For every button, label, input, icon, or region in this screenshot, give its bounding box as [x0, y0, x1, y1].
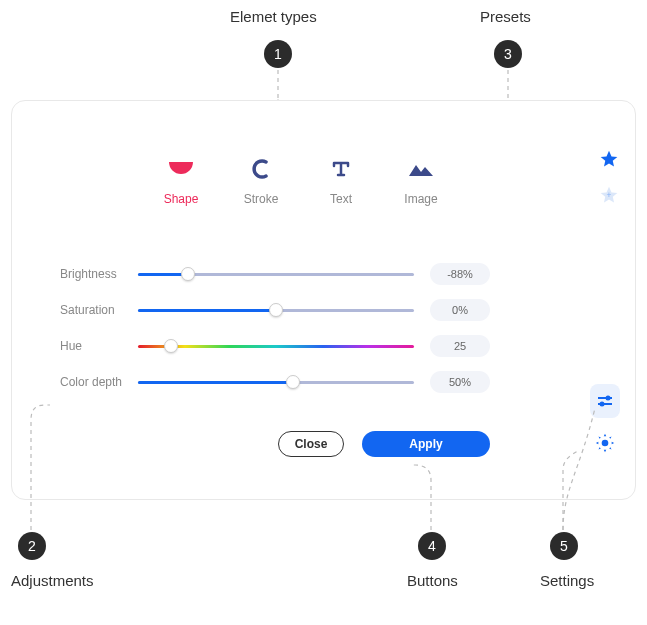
- slider-value: 0%: [430, 299, 490, 321]
- apply-button[interactable]: Apply: [362, 431, 490, 457]
- slider-label: Brightness: [60, 267, 138, 281]
- slider-value: 50%: [430, 371, 490, 393]
- button-row: Close Apply: [278, 431, 490, 457]
- slider-brightness: Brightness -88%: [60, 256, 490, 292]
- annotation-badge-1: 1: [264, 40, 292, 68]
- annotation-badge-2: 2: [18, 532, 46, 560]
- slider-value: -88%: [430, 263, 490, 285]
- slider-value: 25: [430, 335, 490, 357]
- slider-track[interactable]: [138, 273, 414, 276]
- element-type-label: Shape: [164, 192, 199, 206]
- slider-hue: Hue 25: [60, 328, 490, 364]
- slider-thumb[interactable]: [269, 303, 283, 317]
- settings-sliders-button[interactable]: [590, 384, 620, 418]
- text-icon: [328, 156, 354, 182]
- element-type-label: Text: [330, 192, 352, 206]
- annotation-label-3: Presets: [480, 8, 531, 25]
- slider-saturation: Saturation 0%: [60, 292, 490, 328]
- element-type-label: Image: [404, 192, 437, 206]
- slider-color-depth: Color depth 50%: [60, 364, 490, 400]
- slider-track[interactable]: [138, 381, 414, 384]
- element-type-stroke[interactable]: Stroke: [239, 156, 283, 206]
- adjustments-group: Brightness -88% Saturation 0% Hue 25 Col…: [60, 256, 490, 400]
- slider-label: Color depth: [60, 375, 138, 389]
- annotation-label-1: Elemet types: [230, 8, 317, 25]
- annotation-badge-4: 4: [418, 532, 446, 560]
- svg-point-2: [606, 396, 611, 401]
- stroke-icon: [248, 156, 274, 182]
- shape-icon: [168, 156, 194, 182]
- slider-label: Saturation: [60, 303, 138, 317]
- slider-thumb[interactable]: [181, 267, 195, 281]
- close-button[interactable]: Close: [278, 431, 344, 457]
- annotation-badge-5: 5: [550, 532, 578, 560]
- element-type-label: Stroke: [244, 192, 279, 206]
- side-icon-column: +: [598, 148, 620, 206]
- element-type-shape[interactable]: Shape: [159, 156, 203, 206]
- slider-thumb[interactable]: [286, 375, 300, 389]
- color-panel: Shape Stroke Text Image Brightness: [11, 100, 636, 500]
- element-type-image[interactable]: Image: [399, 156, 443, 206]
- annotation-badge-3: 3: [494, 40, 522, 68]
- annotation-label-4: Buttons: [407, 572, 458, 589]
- annotation-label-2: Adjustments: [11, 572, 94, 589]
- slider-label: Hue: [60, 339, 138, 353]
- settings-gear-button[interactable]: [594, 432, 616, 454]
- svg-text:+: +: [607, 190, 612, 200]
- slider-thumb[interactable]: [164, 339, 178, 353]
- slider-track[interactable]: [138, 345, 414, 348]
- svg-point-4: [600, 402, 605, 407]
- image-icon: [408, 156, 434, 182]
- preset-add-button[interactable]: +: [598, 184, 620, 206]
- element-type-text[interactable]: Text: [319, 156, 363, 206]
- slider-track[interactable]: [138, 309, 414, 312]
- element-types-row: Shape Stroke Text Image: [159, 156, 443, 206]
- annotation-label-5: Settings: [540, 572, 594, 589]
- preset-star-button[interactable]: [598, 148, 620, 170]
